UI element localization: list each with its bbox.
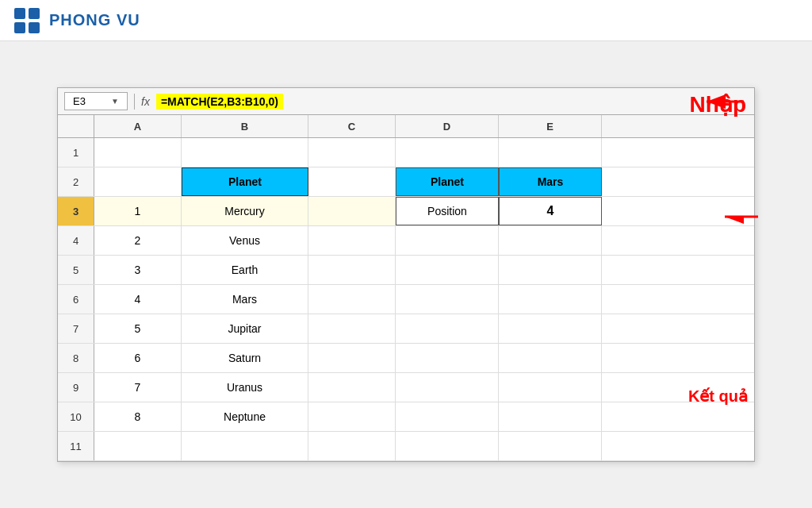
- spreadsheet-grid: A B C D E 1 2 Planet Planet: [58, 115, 754, 461]
- logo-icon: [13, 6, 41, 35]
- header: PHONG VU: [0, 0, 812, 41]
- cell-e8[interactable]: [499, 344, 602, 372]
- cell-e4[interactable]: [499, 226, 602, 255]
- table-row: 4 2 Venus: [58, 226, 754, 256]
- table-row: 11: [58, 432, 754, 461]
- row-header-3: 3: [58, 197, 94, 225]
- cell-c10[interactable]: [308, 402, 396, 431]
- logo-text: PHONG VU: [49, 11, 140, 29]
- cell-a5[interactable]: 3: [94, 256, 182, 284]
- cell-a3[interactable]: 1: [94, 197, 182, 225]
- col-header-c: C: [308, 115, 396, 137]
- row-header-6: 6: [58, 285, 94, 314]
- cell-a6[interactable]: 4: [94, 285, 182, 314]
- cell-c1[interactable]: [308, 138, 396, 167]
- cell-e5[interactable]: [499, 256, 602, 284]
- nhap-label: Nhập: [690, 91, 746, 117]
- column-headers: A B C D E: [58, 115, 754, 138]
- cell-e3-result[interactable]: 4: [499, 197, 602, 225]
- row-header-1: 1: [58, 138, 94, 167]
- table-row: 1: [58, 138, 754, 167]
- result-arrow-icon: [718, 206, 762, 228]
- cell-ref-text: E3: [73, 95, 86, 107]
- cell-reference[interactable]: E3 ▼: [64, 92, 128, 110]
- table-row: 5 3 Earth: [58, 256, 754, 285]
- cell-e11[interactable]: [499, 432, 602, 460]
- cell-a11[interactable]: [94, 432, 182, 460]
- cell-c2[interactable]: [308, 167, 396, 196]
- cell-d2[interactable]: Planet: [396, 167, 499, 196]
- col-header-e: E: [499, 115, 602, 137]
- row-header-9: 9: [58, 373, 94, 402]
- cell-c3[interactable]: [308, 197, 396, 225]
- svg-rect-0: [14, 8, 25, 19]
- cell-a7[interactable]: 5: [94, 314, 182, 343]
- corner-cell: [58, 115, 94, 137]
- table-row: 9 7 Uranus: [58, 373, 754, 402]
- spreadsheet: Nhập E3 ▼ fx =MATCH(E2,B3:B10,0): [57, 87, 755, 462]
- col-header-d: D: [396, 115, 499, 137]
- cell-c8[interactable]: [308, 344, 396, 372]
- cell-b2[interactable]: Planet: [182, 167, 308, 196]
- table-row: 2 Planet Planet Mars: [58, 167, 754, 197]
- dropdown-arrow-icon[interactable]: ▼: [111, 97, 119, 106]
- result-arrow-container: [718, 206, 762, 228]
- row-header-2: 2: [58, 167, 94, 196]
- row-header-8: 8: [58, 344, 94, 372]
- svg-rect-1: [29, 8, 40, 19]
- cell-e10[interactable]: [499, 402, 602, 431]
- cell-c7[interactable]: [308, 314, 396, 343]
- cell-d11[interactable]: [396, 432, 499, 460]
- cell-b8[interactable]: Saturn: [182, 344, 308, 372]
- col-header-b: B: [182, 115, 308, 137]
- cell-c4[interactable]: [308, 226, 396, 255]
- cell-d9[interactable]: [396, 373, 499, 402]
- cell-b3[interactable]: Mercury: [182, 197, 308, 225]
- cell-b5[interactable]: Earth: [182, 256, 308, 284]
- cell-b11[interactable]: [182, 432, 308, 460]
- row-header-4: 4: [58, 226, 94, 255]
- svg-rect-2: [14, 22, 25, 33]
- cell-e9[interactable]: [499, 373, 602, 402]
- cell-d6[interactable]: [396, 285, 499, 314]
- row-header-11: 11: [58, 432, 94, 460]
- cell-d4[interactable]: [396, 226, 499, 255]
- cell-b10[interactable]: Neptune: [182, 402, 308, 431]
- cell-c6[interactable]: [308, 285, 396, 314]
- svg-rect-3: [29, 22, 40, 33]
- row-header-5: 5: [58, 256, 94, 284]
- cell-c11[interactable]: [308, 432, 396, 460]
- cell-a1[interactable]: [94, 138, 182, 167]
- cell-c9[interactable]: [308, 373, 396, 402]
- cell-a2[interactable]: [94, 167, 182, 196]
- cell-b4[interactable]: Venus: [182, 226, 308, 255]
- cell-d8[interactable]: [396, 344, 499, 372]
- cell-e6[interactable]: [499, 285, 602, 314]
- formula-text[interactable]: =MATCH(E2,B3:B10,0): [156, 94, 283, 110]
- cell-a9[interactable]: 7: [94, 373, 182, 402]
- cell-d3[interactable]: Position: [396, 197, 499, 225]
- main-content: Nhập E3 ▼ fx =MATCH(E2,B3:B10,0): [0, 41, 812, 508]
- cell-b7[interactable]: Jupitar: [182, 314, 308, 343]
- cell-a8[interactable]: 6: [94, 344, 182, 372]
- cell-d7[interactable]: [396, 314, 499, 343]
- cell-c5[interactable]: [308, 256, 396, 284]
- table-row: 10 8 Neptune: [58, 402, 754, 432]
- row-header-10: 10: [58, 402, 94, 431]
- cell-a10[interactable]: 8: [94, 402, 182, 431]
- cell-b6[interactable]: Mars: [182, 285, 308, 314]
- cell-b1[interactable]: [182, 138, 308, 167]
- col-header-a: A: [94, 115, 182, 137]
- table-row: 3 1 Mercury Position 4: [58, 197, 754, 226]
- cell-a4[interactable]: 2: [94, 226, 182, 255]
- cell-e7[interactable]: [499, 314, 602, 343]
- cell-d1[interactable]: [396, 138, 499, 167]
- fx-label: fx: [141, 95, 150, 108]
- cell-b9[interactable]: Uranus: [182, 373, 308, 402]
- formula-box: =MATCH(E2,B3:B10,0): [156, 94, 697, 110]
- cell-e1[interactable]: [499, 138, 602, 167]
- table-row: 6 4 Mars: [58, 285, 754, 314]
- cell-d10[interactable]: [396, 402, 499, 431]
- cell-d5[interactable]: [396, 256, 499, 284]
- cell-e2[interactable]: Mars: [499, 167, 602, 196]
